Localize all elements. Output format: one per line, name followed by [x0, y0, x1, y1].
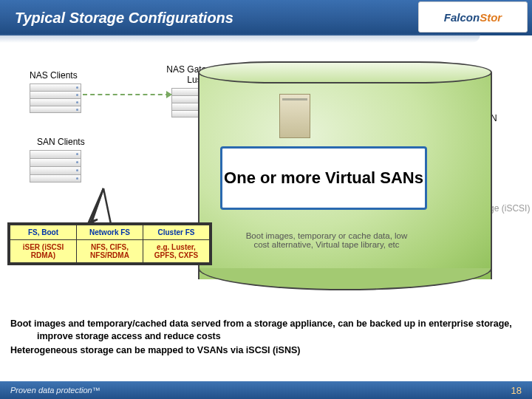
vsan-callout: One or more Virtual SANs [220, 146, 427, 210]
body-paragraph-2: Heterogeneous storage can be mapped to V… [10, 344, 522, 357]
logo-part-stor: Stor [480, 11, 502, 24]
label-san-clients: SAN Clients [37, 137, 85, 147]
brand-logo: FalconStor [418, 1, 528, 33]
servers-san-clients-icon [30, 150, 81, 183]
slide-header: Typical Storage Configurations FalconSto… [0, 0, 532, 35]
body-copy: Boot images and temporary/cached data se… [10, 318, 522, 358]
vsan-callout-text: One or more Virtual SANs [224, 168, 423, 188]
proto-head-2: Cluster FS [143, 225, 210, 240]
body-paragraph-1: Boot images and temporary/cached data se… [10, 318, 522, 343]
page-number: 18 [511, 385, 522, 396]
protocol-table: FS, Boot Network FS Cluster FS iSER (iSC… [7, 222, 212, 265]
label-nas-clients: NAS Clients [30, 70, 78, 81]
proto-head-0: FS, Boot [10, 225, 77, 240]
slide-title: Typical Storage Configurations [15, 10, 233, 27]
logo-part-falcon: Falcon [444, 11, 480, 24]
footer-tagline: Proven data protection™ [10, 386, 100, 395]
boot-images-note: Boot images, temporary or cache data, lo… [238, 231, 415, 249]
servers-nas-clients-icon [30, 83, 81, 113]
architecture-diagram: NAS Clients NAS Gateway or Lustre SAN Cl… [0, 41, 532, 314]
proto-cell-2: e.g. Luster, GPFS, CXFS [143, 240, 210, 263]
logo-text: FalconStor [444, 11, 502, 24]
proto-head-1: Network FS [77, 225, 143, 240]
proto-cell-0: iSER (iSCSI RDMA) [10, 240, 77, 263]
arrow-nas-to-gateway-icon [83, 94, 170, 95]
inner-storage-icon [279, 94, 310, 138]
proto-cell-1: NFS, CIFS, NFS/RDMA [77, 240, 143, 263]
slide-footer: Proven data protection™ 18 [0, 381, 532, 399]
